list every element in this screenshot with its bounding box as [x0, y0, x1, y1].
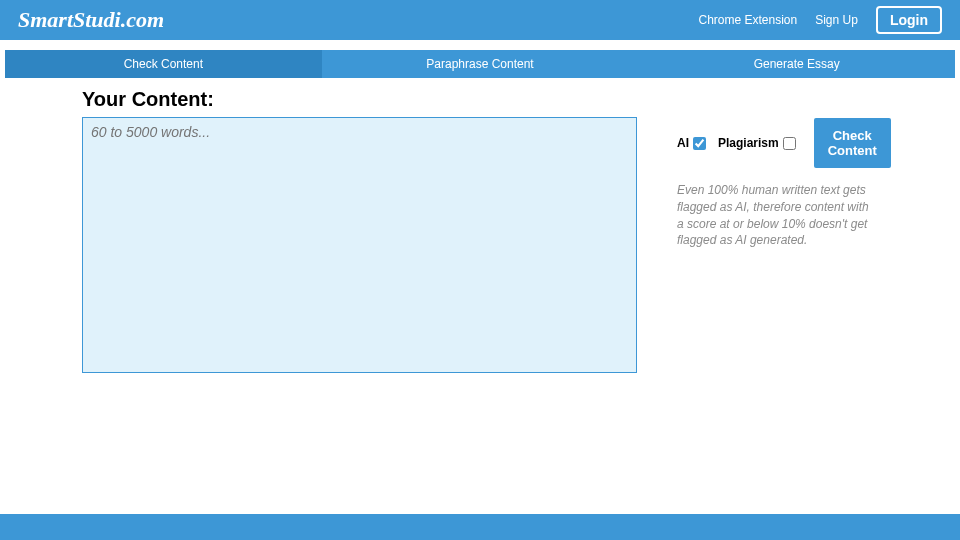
tab-paraphrase-content[interactable]: Paraphrase Content — [322, 50, 639, 78]
right-column: AI Plagiarism Check Content Even 100% hu… — [677, 88, 891, 377]
content-textarea[interactable] — [82, 117, 637, 373]
ai-label: AI — [677, 136, 689, 150]
plagiarism-label: Plagiarism — [718, 136, 779, 150]
header-right: Chrome Extension Sign Up Login — [698, 6, 942, 34]
plagiarism-checkbox[interactable] — [783, 137, 796, 150]
login-button[interactable]: Login — [876, 6, 942, 34]
check-content-button[interactable]: Check Content — [814, 118, 891, 168]
main: Your Content: AI Plagiarism Check Conten… — [0, 78, 960, 377]
header: SmartStudi.com Chrome Extension Sign Up … — [0, 0, 960, 40]
footer — [0, 514, 960, 540]
tab-check-content[interactable]: Check Content — [5, 50, 322, 78]
content-label: Your Content: — [82, 88, 637, 111]
controls-row: AI Plagiarism Check Content — [677, 118, 891, 168]
sign-up-link[interactable]: Sign Up — [815, 13, 858, 27]
left-column: Your Content: — [82, 88, 637, 377]
ai-checkbox[interactable] — [693, 137, 706, 150]
logo[interactable]: SmartStudi.com — [18, 7, 164, 33]
tab-generate-essay[interactable]: Generate Essay — [638, 50, 955, 78]
info-note: Even 100% human written text gets flagge… — [677, 182, 877, 249]
chrome-extension-link[interactable]: Chrome Extension — [698, 13, 797, 27]
tabs: Check Content Paraphrase Content Generat… — [5, 50, 955, 78]
